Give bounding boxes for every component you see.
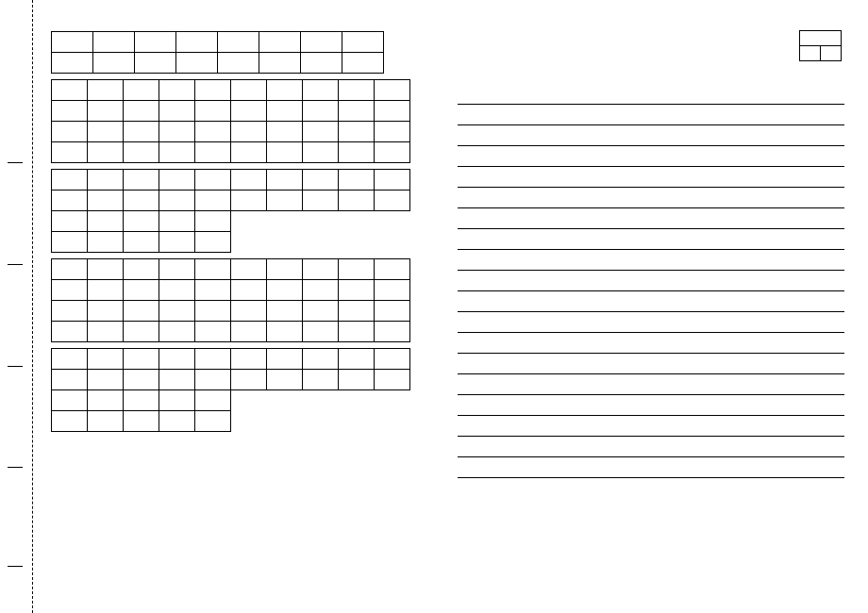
answer-grid [51, 79, 410, 163]
writing-lines [458, 104, 845, 478]
answer-grid [51, 348, 410, 432]
binding-underline [8, 264, 23, 265]
scorebox-rowlabel [52, 32, 93, 53]
binding-underline [8, 467, 23, 468]
binding-underline [8, 566, 23, 567]
binding-underline [8, 162, 23, 163]
seat-label [800, 31, 842, 46]
scorebox-rowscore [52, 53, 93, 74]
score-summary-table [51, 31, 384, 74]
binding-underline [8, 366, 23, 367]
answer-grid [51, 258, 410, 342]
seat-number-box [799, 30, 842, 61]
answer-grid [51, 169, 410, 253]
